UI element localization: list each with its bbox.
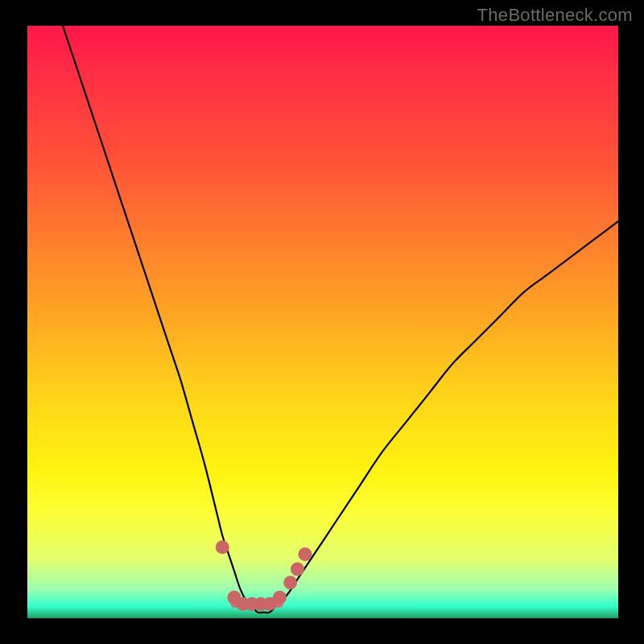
valley-marker [283,576,297,589]
curve-svg [27,26,618,618]
valley-marker [291,562,304,576]
valley-marker [298,547,312,561]
curve-group [63,26,618,613]
watermark: TheBottleneck.com [477,5,633,26]
valley-marker [216,540,229,554]
bottleneck-curve [63,26,618,613]
valley-marker [273,591,287,605]
chart-frame: TheBottleneck.com [0,0,644,644]
valley-markers [216,540,312,611]
plot-area [27,26,618,618]
